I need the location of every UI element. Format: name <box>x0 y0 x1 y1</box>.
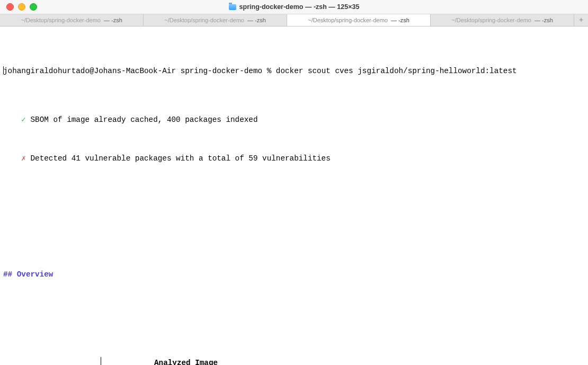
window-title-text: spring-docker-demo — -zsh — 125×35 <box>239 3 360 11</box>
blank-line <box>3 309 585 318</box>
status-line-ok: ✓ SBOM of image already cached, 400 pack… <box>3 115 585 124</box>
tab-path: ~/Desktop/spring-docker-demo <box>308 16 388 24</box>
window-titlebar: spring-docker-demo — -zsh — 125×35 <box>0 0 588 14</box>
tab-suffix: — -zsh <box>534 16 553 24</box>
overview-header-right: Analyzed Image <box>101 357 585 365</box>
terminal-tab[interactable]: ~/Desktop/spring-docker-demo — -zsh <box>144 14 287 26</box>
window-title: spring-docker-demo — -zsh — 125×35 <box>0 3 588 11</box>
overview-header-text: Analyzed Image <box>154 358 218 365</box>
overview-header-left <box>3 357 101 365</box>
overview-table: Analyzed Image Target digest platform vu… <box>3 357 585 365</box>
new-tab-button[interactable]: + <box>574 14 588 26</box>
cross-icon: ✗ <box>21 154 26 163</box>
tab-path: ~/Desktop/spring-docker-demo <box>451 16 531 24</box>
status-line-warn: ✗ Detected 41 vulnerable packages with a… <box>3 154 585 163</box>
status-text: SBOM of image already cached, 400 packag… <box>31 115 258 124</box>
tab-path: ~/Desktop/spring-docker-demo <box>164 16 244 24</box>
prompt-command: docker scout cves jsgiraldoh/spring-hell… <box>276 67 517 75</box>
terminal-tab[interactable]: ~/Desktop/spring-docker-demo — -zsh <box>0 14 144 26</box>
blank-line <box>3 221 585 231</box>
tab-suffix: — -zsh <box>104 16 122 24</box>
section-heading-overview: ## Overview <box>3 270 585 279</box>
prompt-line: johangiraldohurtado@Johans-MacBook-Air s… <box>3 66 585 76</box>
terminal-tab[interactable]: ~/Desktop/spring-docker-demo — -zsh <box>287 14 431 26</box>
prompt-user-host: johangiraldohurtado@Johans-MacBook-Air <box>3 67 176 75</box>
blank-line <box>3 192 585 202</box>
check-icon: ✓ <box>21 115 26 124</box>
tab-suffix: — -zsh <box>247 16 266 24</box>
tab-path: ~/Desktop/spring-docker-demo <box>21 16 101 24</box>
folder-icon <box>229 4 236 10</box>
heading-text: ## Overview <box>3 270 53 279</box>
prompt-cwd: spring-docker-demo <box>181 67 262 75</box>
prompt-symbol: % <box>267 67 272 75</box>
terminal-tab[interactable]: ~/Desktop/spring-docker-demo — -zsh <box>431 14 574 26</box>
tab-suffix: — -zsh <box>391 16 409 24</box>
status-text: Detected 41 vulnerable packages with a t… <box>31 154 331 163</box>
tab-bar: ~/Desktop/spring-docker-demo — -zsh ~/De… <box>0 14 588 26</box>
terminal-output[interactable]: johangiraldohurtado@Johans-MacBook-Air s… <box>0 26 588 365</box>
